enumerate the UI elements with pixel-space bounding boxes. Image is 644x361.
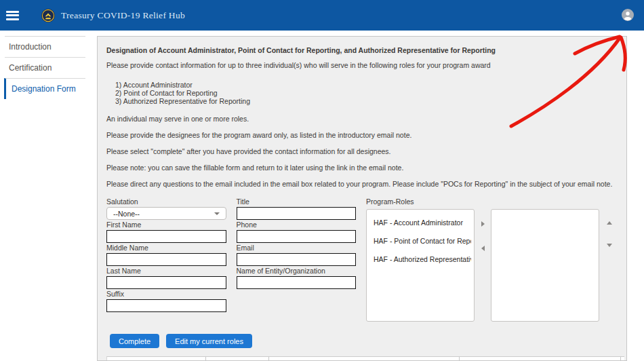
edit-current-roles-button[interactable]: Edit my current roles [166,334,252,348]
role-option[interactable]: HAF - Point of Contact for Reporting [374,236,471,246]
salutation-select[interactable]: --None-- [106,207,226,220]
name-fields-column: Salutation --None-- First Name Middle Na… [106,197,226,322]
hamburger-menu-icon[interactable] [6,11,19,20]
title-label: Title [237,197,357,205]
roles-list: 1) Account Administrator 2) Point of Con… [115,81,617,105]
title-input[interactable] [237,207,357,220]
role-option[interactable]: HAF - Account Administrator [374,218,471,227]
first-name-label: First Name [106,220,226,228]
roles-list-item: 1) Account Administrator [115,81,617,89]
note-paragraph: Please direct any questions to the email… [106,179,617,189]
phone-label: Phone [237,220,357,228]
sidebar-item-introduction[interactable]: Introduction [5,36,85,57]
note-paragraph: An individual may serve in one or more r… [106,114,617,124]
note-paragraph: Please note: you can save the fillable f… [106,163,617,172]
designation-form-card: Designation of Account Administrator, Po… [97,36,627,361]
form-actions: Complete Edit my current roles [110,334,617,348]
note-paragraph: Please select "complete" after you have … [106,147,617,156]
form-title: Designation of Account Administrator, Po… [106,45,617,55]
move-left-icon[interactable] [481,246,485,251]
chosen-roles-listbox[interactable] [491,209,599,322]
salutation-label: Salutation [106,197,226,205]
move-arrows [475,209,491,322]
roles-list-item: 2) Point of Contact for Reporting [115,89,617,97]
roles-list-item: 3) Authorized Representative for Reporti… [115,97,617,105]
sidebar-nav: Introduction Certification Designation F… [0,31,87,99]
chevron-down-icon [214,212,220,215]
salutation-selected-value: --None-- [113,209,140,218]
middle-name-label: Middle Name [106,243,226,251]
move-up-icon[interactable] [607,221,612,225]
move-down-icon[interactable] [607,244,612,247]
table-top-edge [106,356,624,361]
program-roles-section: Program-Roles HAF - Account Administrato… [366,197,617,322]
user-avatar-icon[interactable] [622,9,634,21]
app-header: Treasury COVID-19 Relief Hub [0,0,644,31]
reorder-arrows [602,209,617,322]
role-option[interactable]: HAF - Authorized Representative fo... [374,254,471,264]
suffix-label: Suffix [106,289,226,297]
complete-button[interactable]: Complete [110,334,159,348]
last-name-input[interactable] [106,276,226,289]
entity-label: Name of Entity/Organization [237,266,357,274]
sidebar-item-designation-form[interactable]: Designation Form [4,78,85,99]
sidebar-item-certification[interactable]: Certification [5,57,85,78]
contact-form: Salutation --None-- First Name Middle Na… [106,197,617,322]
middle-name-input[interactable] [106,253,226,266]
phone-input[interactable] [237,230,357,243]
app-title: Treasury COVID-19 Relief Hub [61,10,185,21]
email-input[interactable] [237,253,357,266]
suffix-input[interactable] [106,299,226,312]
program-roles-label: Program-Roles [366,197,617,205]
email-label: Email [237,243,357,251]
contact-fields-column: Title Phone Email Name of Entity/Organiz… [237,197,357,322]
first-name-input[interactable] [106,230,226,243]
entity-input[interactable] [237,276,357,289]
last-name-label: Last Name [106,266,226,274]
available-roles-listbox[interactable]: HAF - Account Administrator HAF - Point … [366,209,475,322]
move-right-icon[interactable] [481,221,485,227]
form-intro: Please provide contact information for u… [106,60,617,70]
treasury-seal-icon [41,9,55,22]
note-paragraph: Please provide the designees for the pro… [106,130,617,140]
